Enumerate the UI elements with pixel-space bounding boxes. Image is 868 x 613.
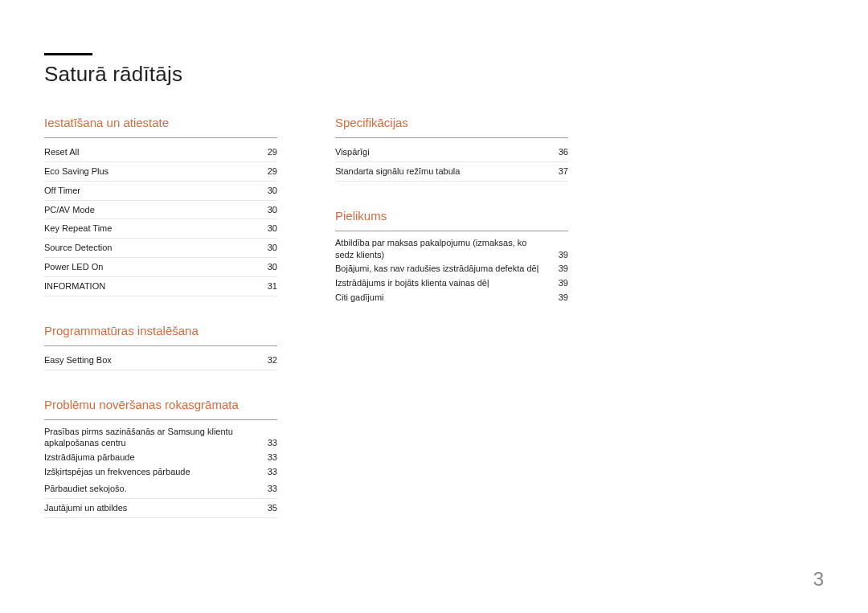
section-troubleshooting: Problēmu novēršanas rokasgrāmata Prasība… [44,398,277,518]
toc-entry: Off Timer30 [44,182,277,201]
entry-page: 33 [268,466,277,478]
toc-page: Saturā rādītājs Iestatīšana un atiestate… [0,0,868,613]
toc-entry: PC/AV Mode30 [44,201,277,220]
toc-entry: Vispārīgi36 [335,143,568,162]
toc-entry: Atbildība par maksas pakalpojumu (izmaks… [335,236,568,263]
toc-entry: Citi gadījumi39 [335,291,568,305]
entry-label: Key Repeat Time [44,223,256,235]
entry-page: 32 [268,354,277,366]
entry-page: 39 [559,263,568,275]
toc-entry: Jautājumi un atbildes35 [44,499,277,518]
section-software-install: Programmatūras instalēšana Easy Setting … [44,324,277,370]
entry-label: Vispārīgi [335,146,547,158]
toc-entry: Key Repeat Time30 [44,219,277,239]
entry-label: Eco Saving Plus [44,166,256,178]
entry-page: 29 [268,146,277,158]
entry-label: Standarta signālu režīmu tabula [335,166,547,178]
entry-page: 30 [268,261,277,273]
entry-label: Pārbaudiet sekojošo. [44,483,256,495]
entry-page: 35 [268,502,277,514]
entry-page: 30 [268,204,277,216]
section-title: Specifikācijas [335,116,568,138]
entry-page: 30 [268,223,277,235]
toc-right-column: Specifikācijas Vispārīgi36 Standarta sig… [335,116,568,333]
toc-entry: Izšķirtspējas un frekvences pārbaude33 [44,465,277,480]
toc-left-column: Iestatīšana un atiestate Reset All29 Eco… [44,116,277,546]
entry-page: 30 [268,185,277,197]
entry-label: INFORMATION [44,280,256,292]
toc-entry: INFORMATION31 [44,277,277,296]
section-title: Programmatūras instalēšana [44,324,277,346]
toc-entry: Source Detection30 [44,239,277,258]
entry-page: 39 [559,277,568,289]
entry-label: Power LED On [44,261,256,273]
toc-entry: Bojājumi, kas nav radušies izstrādājuma … [335,262,568,276]
entry-label: PC/AV Mode [44,204,256,216]
section-title: Problēmu novēršanas rokasgrāmata [44,398,277,420]
toc-entry: Power LED On30 [44,258,277,277]
section-title: Iestatīšana un atiestate [44,116,277,138]
entry-label: Easy Setting Box [44,354,256,366]
entry-label: Izstrādājuma pārbaude [44,452,256,464]
entry-page: 31 [268,280,277,292]
entry-label: Atbildība par maksas pakalpojumu (izmaks… [335,237,547,261]
toc-entry: Prasības pirms sazināšanās ar Samsung kl… [44,425,277,452]
entry-page: 36 [559,146,568,158]
entry-page: 39 [559,249,568,261]
page-number: 3 [813,568,824,591]
entry-page: 37 [559,166,568,178]
toc-entry: Easy Setting Box32 [44,351,277,370]
entry-label: Izšķirtspējas un frekvences pārbaude [44,466,256,478]
entry-page: 33 [268,483,277,495]
entry-label: Reset All [44,146,256,158]
toc-entry: Izstrādājums ir bojāts klienta vainas dē… [335,276,568,291]
section-settings-reset: Iestatīšana un atiestate Reset All29 Eco… [44,116,277,296]
toc-columns: Iestatīšana un atiestate Reset All29 Eco… [44,116,824,546]
entry-label: Citi gadījumi [335,292,547,304]
entry-page: 33 [268,437,277,449]
section-specifications: Specifikācijas Vispārīgi36 Standarta sig… [335,116,568,182]
entry-page: 39 [559,292,568,304]
entry-label: Jautājumi un atbildes [44,502,256,514]
section-title: Pielikums [335,209,568,231]
entry-page: 33 [268,452,277,464]
entry-label: Bojājumi, kas nav radušies izstrādājuma … [335,263,547,275]
entry-label: Prasības pirms sazināšanās ar Samsung kl… [44,426,256,450]
entry-label: Off Timer [44,185,256,197]
entry-page: 30 [268,242,277,254]
page-title: Saturā rādītājs [44,62,824,87]
title-rule [44,53,92,55]
entry-label: Source Detection [44,242,256,254]
entry-label: Izstrādājums ir bojāts klienta vainas dē… [335,277,547,289]
toc-entry: Pārbaudiet sekojošo.33 [44,480,277,499]
toc-entry: Standarta signālu režīmu tabula37 [335,162,568,182]
toc-entry: Reset All29 [44,143,277,162]
toc-entry: Eco Saving Plus29 [44,162,277,182]
toc-entry: Izstrādājuma pārbaude33 [44,451,277,465]
section-appendix: Pielikums Atbildība par maksas pakalpoju… [335,209,568,305]
entry-page: 29 [268,166,277,178]
